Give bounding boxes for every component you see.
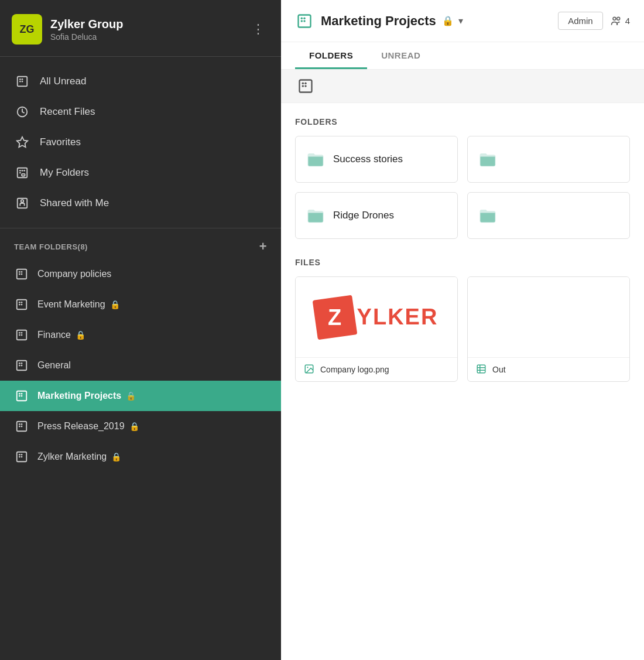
svg-point-54 (303, 20, 306, 22)
folders-grid: Success stories Ridge (295, 136, 630, 239)
svg-rect-12 (22, 174, 25, 176)
file-name-bar-2: Out (468, 357, 629, 381)
sidebar-item-shared-with-me[interactable]: Shared with Me (0, 188, 281, 218)
svg-point-31 (19, 363, 20, 364)
file-card-2[interactable]: Out (467, 276, 630, 382)
finance-label: Finance (37, 330, 71, 340)
lock-icon: 🔒 (129, 422, 139, 431)
admin-badge[interactable]: Admin (558, 12, 603, 30)
svg-point-19 (21, 273, 23, 275)
team-folder-icon (14, 266, 29, 282)
sidebar-item-zylker-marketing[interactable]: Zylker Marketing 🔒 (0, 442, 281, 472)
svg-point-47 (21, 454, 23, 456)
toolbar-folder-icon[interactable] (295, 76, 316, 97)
tab-unread[interactable]: UNREAD (367, 42, 434, 69)
sidebar-item-general[interactable]: General (0, 350, 281, 381)
page-title: Marketing Projects (321, 13, 436, 29)
file-card-company-logo[interactable]: Z YLKER Company logo.png (295, 276, 458, 382)
shared-icon (14, 195, 30, 211)
workspace-avatar: ZG (12, 14, 42, 45)
content-area: FOLDERS Success stories (281, 103, 644, 660)
svg-point-61 (304, 85, 307, 87)
folder-icon (295, 12, 314, 30)
folder-card-icon (306, 206, 325, 225)
main-header: Marketing Projects 🔒 ▾ Admin 4 (281, 0, 644, 42)
svg-point-38 (19, 395, 20, 397)
svg-point-52 (303, 17, 306, 19)
folder-card-2[interactable] (467, 136, 630, 183)
svg-point-49 (21, 456, 23, 458)
svg-point-2 (22, 78, 23, 80)
team-folder-icon (14, 419, 29, 434)
sidebar-item-press-release[interactable]: Press Release_2019 🔒 (0, 411, 281, 442)
shared-with-me-label: Shared with Me (40, 197, 109, 209)
event-marketing-label: Event Marketing (37, 299, 105, 310)
folder-card-icon (306, 150, 325, 169)
zylker-z-box: Z (312, 295, 357, 340)
tab-folders[interactable]: FOLDERS (295, 42, 367, 69)
marketing-projects-label: Marketing Projects (37, 391, 121, 401)
file-name-bar: Company logo.png (296, 357, 457, 381)
sidebar-item-marketing-projects[interactable]: Marketing Projects 🔒 (0, 381, 281, 411)
files-grid: Z YLKER Company logo.png (295, 276, 630, 382)
my-folders-label: My Folders (40, 167, 89, 179)
sidebar-item-all-unread[interactable]: All Unread (0, 66, 281, 97)
workspace-info: Zylker Group Sofia Deluca (50, 18, 247, 42)
lock-icon: 🔒 (76, 330, 85, 340)
svg-point-56 (616, 17, 619, 20)
team-folder-icon (14, 358, 29, 373)
svg-point-58 (302, 83, 304, 85)
members-badge[interactable]: 4 (610, 15, 630, 27)
sidebar: ZG Zylker Group Sofia Deluca ⋮ All Unrea… (0, 0, 281, 660)
sidebar-item-finance[interactable]: Finance 🔒 (0, 320, 281, 350)
svg-point-26 (19, 332, 20, 334)
svg-point-34 (21, 365, 23, 367)
svg-point-63 (307, 367, 308, 368)
sidebar-item-event-marketing[interactable]: Event Marketing 🔒 (0, 289, 281, 320)
sidebar-item-recent-files[interactable]: Recent Files (0, 97, 281, 127)
workspace-user: Sofia Deluca (50, 32, 247, 42)
file-thumbnail: Z YLKER (296, 277, 457, 357)
svg-point-9 (22, 170, 23, 172)
folder-card-success-stories[interactable]: Success stories (295, 136, 458, 183)
folder-card-ridge-drones[interactable]: Ridge Drones (295, 192, 458, 239)
team-folder-icon (14, 327, 29, 343)
my-folders-icon (14, 165, 30, 181)
svg-point-16 (19, 271, 20, 273)
sidebar-item-favorites[interactable]: Favorites (0, 127, 281, 158)
svg-point-36 (19, 393, 20, 395)
svg-point-24 (21, 304, 23, 306)
svg-point-3 (19, 81, 21, 83)
svg-point-43 (19, 426, 20, 428)
sidebar-navigation: All Unread Recent Files Favorites (0, 57, 281, 228)
inbox-icon (14, 73, 30, 90)
folders-section-label: FOLDERS (295, 117, 630, 126)
svg-point-22 (21, 302, 23, 303)
sidebar-item-company-policies[interactable]: Company policies (0, 259, 281, 289)
svg-marker-6 (17, 137, 28, 147)
svg-point-4 (22, 81, 23, 83)
svg-point-41 (19, 423, 20, 425)
title-chevron-icon[interactable]: ▾ (458, 15, 463, 26)
svg-point-10 (19, 172, 21, 174)
team-folder-icon (14, 449, 29, 464)
folder-card-4[interactable] (467, 192, 630, 239)
svg-point-44 (21, 426, 23, 428)
svg-point-11 (23, 170, 25, 172)
svg-point-17 (21, 271, 23, 273)
svg-point-60 (302, 85, 304, 87)
more-options-button[interactable]: ⋮ (247, 19, 269, 39)
svg-point-59 (304, 83, 307, 85)
add-team-folder-button[interactable]: + (259, 239, 267, 254)
svg-point-53 (301, 20, 303, 22)
sidebar-item-my-folders[interactable]: My Folders (0, 158, 281, 188)
svg-point-46 (19, 454, 20, 456)
file-thumbnail-2 (468, 277, 629, 357)
svg-point-51 (301, 17, 303, 19)
svg-point-55 (613, 17, 616, 20)
tabs-bar: FOLDERS UNREAD (281, 42, 644, 70)
clock-icon (14, 104, 30, 120)
workspace-name: Zylker Group (50, 18, 247, 31)
zylker-text: YLKER (357, 305, 439, 330)
main-content: Marketing Projects 🔒 ▾ Admin 4 FOLDERS U… (281, 0, 644, 660)
